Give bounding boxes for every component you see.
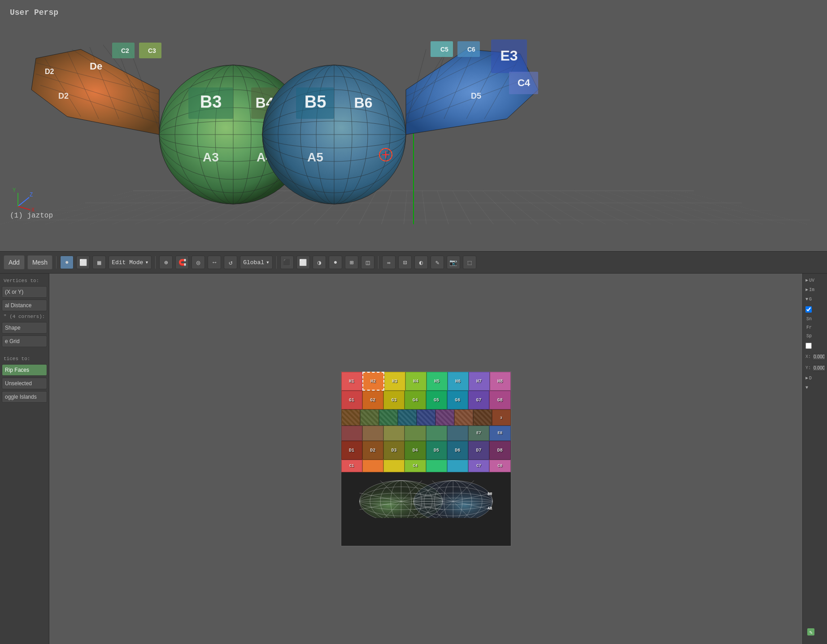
uv-cell-E5[interactable] bbox=[426, 426, 447, 441]
uv-cell-E2[interactable] bbox=[362, 426, 383, 441]
g2-checkbox[interactable] bbox=[805, 343, 812, 349]
falloff-icon[interactable]: ◐ bbox=[414, 256, 428, 269]
image-expand-item[interactable]: ► Im bbox=[805, 287, 825, 293]
pencil-tool-icon[interactable]: ✎ bbox=[805, 626, 825, 640]
uv-cell-F2[interactable] bbox=[360, 409, 379, 426]
mesh-button[interactable]: Mesh bbox=[27, 255, 52, 270]
y-field[interactable] bbox=[812, 365, 826, 371]
snap-magnet-icon[interactable]: ⊡ bbox=[398, 256, 412, 269]
snap-icon[interactable]: 🧲 bbox=[175, 256, 189, 269]
uv-canvas[interactable]: H1 H2 H3 H4 H5 H6 H7 H8 G1 G2 G3 G4 G5 G… bbox=[341, 371, 511, 546]
viewport-3d[interactable]: User Persp bbox=[0, 0, 827, 251]
mesh-mode-face-icon[interactable]: ▦ bbox=[92, 256, 106, 269]
uv-cell-E8[interactable]: E8 bbox=[489, 426, 510, 441]
g-expand-label: G bbox=[809, 297, 812, 302]
distance-button[interactable]: al Distance bbox=[2, 300, 47, 311]
uv-cell-E1[interactable] bbox=[341, 426, 362, 441]
uv-cell-G6[interactable]: G6 bbox=[447, 391, 468, 409]
uv-editor-panel[interactable]: H1 H2 H3 H4 H5 H6 H7 H8 G1 G2 G3 G4 G5 G… bbox=[49, 274, 802, 644]
uv-cell-H4[interactable]: H4 bbox=[405, 372, 427, 391]
svg-line-37 bbox=[67, 52, 99, 119]
uv-cell-E4[interactable] bbox=[405, 426, 426, 441]
uv-cell-D2[interactable]: D2 bbox=[362, 441, 383, 460]
uv-cell-F3[interactable] bbox=[379, 409, 398, 426]
toggle-islands-button[interactable]: oggle Islands bbox=[2, 391, 47, 403]
view-navigation-icon[interactable]: ⊕ bbox=[159, 256, 173, 269]
uv-cell-H8[interactable]: H8 bbox=[490, 372, 511, 391]
last-expand-item[interactable]: ▼ bbox=[805, 384, 825, 391]
mesh-mode-icon[interactable]: ● bbox=[60, 256, 74, 269]
uv-expand-item[interactable]: ► UV bbox=[805, 277, 825, 284]
render-region-icon[interactable]: ⬚ bbox=[463, 256, 476, 269]
uv-cell-C4[interactable]: C4 bbox=[405, 460, 426, 472]
uv-cell-E7[interactable]: E7 bbox=[468, 426, 489, 441]
add-button[interactable]: Add bbox=[4, 255, 25, 270]
g-expand-item[interactable]: ▼ G bbox=[805, 296, 825, 303]
wireframe-shading-icon[interactable]: ⬜ bbox=[296, 256, 310, 269]
rip-faces-button[interactable]: Rip Faces bbox=[2, 364, 47, 376]
uv-cell-G1[interactable]: G1 bbox=[341, 391, 362, 409]
svg-point-20 bbox=[316, 65, 352, 204]
svg-line-39 bbox=[117, 47, 144, 119]
uv-cell-F7[interactable] bbox=[454, 409, 473, 426]
xray-icon[interactable]: ◫ bbox=[361, 256, 374, 269]
svg-point-18 bbox=[278, 65, 390, 204]
uv-cell-F8[interactable] bbox=[473, 409, 492, 426]
uv-cell-G4[interactable]: G4 bbox=[405, 391, 426, 409]
uv-cell-F9[interactable]: 3 bbox=[492, 409, 511, 426]
uv-cell-G7[interactable]: G7 bbox=[468, 391, 489, 409]
uv-cell-D7[interactable]: D7 bbox=[468, 441, 489, 460]
annotation-icon[interactable]: ✎ bbox=[431, 256, 444, 269]
proportional-edit-icon[interactable]: ◎ bbox=[192, 256, 205, 269]
uv-cell-D3[interactable]: D3 bbox=[383, 441, 405, 460]
grid-button[interactable]: e Grid bbox=[2, 335, 47, 347]
solid-shading-icon[interactable]: ⬛ bbox=[280, 256, 294, 269]
unselected-button[interactable]: Unselected bbox=[2, 378, 47, 389]
d-expand-label: D bbox=[809, 376, 812, 381]
overlay-icon[interactable]: ⊞ bbox=[345, 256, 358, 269]
uv-cell-H3[interactable]: H3 bbox=[384, 372, 405, 391]
uv-cell-C8[interactable]: C8 bbox=[489, 460, 510, 472]
uv-cell-F4[interactable] bbox=[398, 409, 417, 426]
d-expand-item[interactable]: ► D bbox=[805, 375, 825, 382]
mirror-icon[interactable]: ⇿ bbox=[382, 256, 396, 269]
mesh-mode-edge-icon[interactable]: ⬜ bbox=[76, 256, 90, 269]
uv-cell-H7[interactable]: H7 bbox=[469, 372, 490, 391]
uv-cell-E3[interactable] bbox=[383, 426, 405, 441]
uv-cell-D4[interactable]: D4 bbox=[405, 441, 426, 460]
uv-cell-F5[interactable] bbox=[417, 409, 435, 426]
uv-cell-G2[interactable]: G2 bbox=[362, 391, 383, 409]
g-checkbox[interactable] bbox=[805, 306, 812, 313]
uv-cell-C7[interactable]: C7 bbox=[468, 460, 489, 472]
uv-cell-C2[interactable] bbox=[362, 460, 383, 472]
uv-cell-C3[interactable] bbox=[383, 460, 405, 472]
uv-cell-G5[interactable]: G5 bbox=[426, 391, 447, 409]
axis-button[interactable]: (X or Y) bbox=[2, 286, 47, 298]
uv-cell-E6[interactable] bbox=[447, 426, 468, 441]
material-shading-icon[interactable]: ◑ bbox=[313, 256, 326, 269]
uv-cell-C6[interactable] bbox=[447, 460, 468, 472]
uv-cell-C1[interactable]: C1 bbox=[341, 460, 362, 472]
uv-cell-H2[interactable]: H2 bbox=[362, 372, 384, 391]
render-shading-icon[interactable]: ● bbox=[329, 256, 342, 269]
uv-cell-H1[interactable]: H1 bbox=[341, 372, 362, 391]
x-field[interactable] bbox=[812, 353, 826, 360]
uv-cell-F6[interactable] bbox=[435, 409, 454, 426]
uv-cell-D1[interactable]: D1 bbox=[341, 441, 362, 460]
camera-icon[interactable]: 📷 bbox=[447, 256, 460, 269]
edit-mode-select[interactable]: Edit Mode ▾ bbox=[109, 256, 152, 269]
pivot-select[interactable]: Global ▾ bbox=[240, 256, 273, 269]
uv-cell-D8[interactable]: D8 bbox=[489, 441, 510, 460]
uv-cell-G3[interactable]: G3 bbox=[383, 391, 405, 409]
uv-cell-D5[interactable]: D5 bbox=[426, 441, 447, 460]
image-expand-label: Im bbox=[809, 287, 814, 292]
uv-cell-G8[interactable]: G8 bbox=[489, 391, 510, 409]
uv-cell-H5[interactable]: H5 bbox=[427, 372, 448, 391]
transform-icon[interactable]: ↔ bbox=[208, 256, 221, 269]
uv-cell-F1[interactable] bbox=[341, 409, 360, 426]
uv-cell-D6[interactable]: D6 bbox=[447, 441, 468, 460]
uv-cell-H6[interactable]: H6 bbox=[448, 372, 469, 391]
shape-button[interactable]: Shape bbox=[2, 322, 47, 334]
rotate-icon[interactable]: ↺ bbox=[224, 256, 237, 269]
uv-cell-C5[interactable] bbox=[426, 460, 447, 472]
